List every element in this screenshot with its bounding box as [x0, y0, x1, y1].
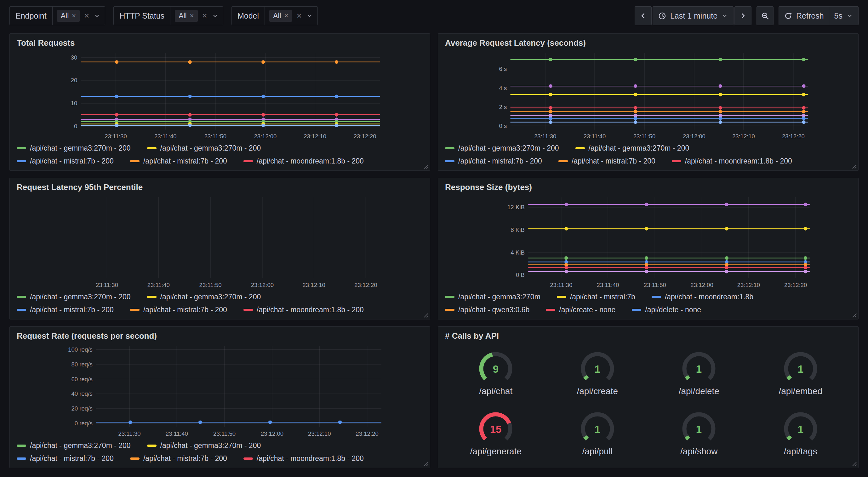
legend-item[interactable]: /api/chat - mistral:7b - 200: [445, 157, 542, 166]
data-point: [719, 110, 722, 113]
legend-item[interactable]: /api/chat - mistral:7b - 200: [558, 157, 655, 166]
x-tick-label: 23:12:10: [302, 282, 326, 288]
time-shift-forward-button[interactable]: [735, 6, 751, 25]
x-tick-label: 23:12:00: [690, 282, 713, 288]
legend-item[interactable]: /api/chat - mistral:7b - 200: [17, 454, 114, 463]
gauge-visual: 1: [675, 349, 722, 387]
legend-row: /api/chat - gemma3:270m - 200/api/chat -…: [17, 441, 423, 450]
gauge-visual: 1: [777, 349, 824, 387]
legend-item[interactable]: /api/chat - mistral:7b - 200: [17, 157, 114, 166]
legend-item[interactable]: /api/chat - gemma3:270m - 200: [17, 293, 131, 301]
clear-selection-icon[interactable]: ×: [202, 11, 207, 20]
panel-title[interactable]: Average Request Latency (seconds): [445, 38, 851, 48]
refresh-button[interactable]: Refresh: [779, 6, 829, 25]
x-tick-label: 23:12:20: [782, 133, 805, 140]
clear-selection-icon[interactable]: ×: [297, 11, 301, 20]
legend-item[interactable]: /api/chat - moondream:1.8b - 200: [244, 306, 364, 314]
filter-chip[interactable]: All×: [57, 10, 80, 22]
panel-title[interactable]: Response Size (bytes): [445, 182, 851, 192]
gauge-title: /api/chat: [479, 386, 513, 396]
gauge-title: /api/delete: [679, 386, 719, 396]
time-range-picker-button[interactable]: Last 1 minute: [653, 6, 734, 25]
data-point: [268, 420, 272, 424]
gauge-api-generate: 15/api/generate: [445, 403, 547, 463]
chevron-right-icon: [739, 12, 747, 20]
panel-resize-handle[interactable]: [851, 461, 857, 467]
legend-series-label: /api/chat - gemma3:270m - 200: [30, 441, 131, 450]
legend-item[interactable]: /api/chat - gemma3:270m - 200: [576, 144, 689, 152]
legend-item[interactable]: /api/chat - mistral:7b - 200: [130, 306, 227, 314]
data-point: [804, 256, 807, 260]
data-point: [128, 420, 132, 424]
filter-value-select[interactable]: All××: [265, 7, 317, 25]
data-point: [115, 113, 118, 117]
legend-item[interactable]: /api/chat - qwen3:0.6b: [445, 306, 529, 314]
legend-item[interactable]: /api/chat - gemma3:270m - 200: [147, 441, 261, 450]
panel-title[interactable]: Total Requests: [17, 38, 423, 48]
data-point: [549, 106, 552, 110]
legend: /api/chat - gemma3:270m - 200/api/chat -…: [17, 441, 423, 463]
legend-item[interactable]: /api/create - none: [546, 306, 615, 314]
legend-item[interactable]: /api/chat - gemma3:270m - 200: [17, 144, 131, 152]
chip-remove-icon[interactable]: ×: [72, 12, 76, 19]
x-tick-label: 23:11:40: [147, 282, 170, 288]
legend-item[interactable]: /api/chat - moondream:1.8b - 200: [244, 157, 364, 166]
legend-item[interactable]: /api/chat - mistral:7b - 200: [130, 157, 227, 166]
data-point: [188, 113, 191, 117]
panel-resize-handle[interactable]: [423, 461, 429, 467]
legend-item[interactable]: /api/chat - mistral:7b: [557, 293, 635, 301]
zoom-out-button[interactable]: [756, 6, 774, 25]
panel-title[interactable]: # Calls by API: [445, 331, 851, 341]
y-tick-label: 12 KiB: [507, 204, 525, 210]
zoom-out-icon: [761, 12, 769, 20]
time-shift-back-button[interactable]: [634, 6, 652, 25]
timeseries-chart: 23:11:3023:11:4023:11:5023:12:0023:12:10…: [17, 194, 423, 290]
legend-series-swatch: [576, 147, 585, 149]
data-point: [634, 106, 637, 110]
legend-item[interactable]: /api/chat - moondream:1.8b: [652, 293, 753, 301]
x-tick-label: 23:12:10: [308, 430, 331, 437]
data-point: [725, 256, 728, 260]
data-point: [261, 113, 265, 117]
panel-resize-handle[interactable]: [423, 312, 429, 318]
data-point: [725, 203, 728, 206]
chip-remove-icon[interactable]: ×: [284, 12, 288, 19]
refresh-interval-button[interactable]: 5s: [829, 6, 859, 25]
legend-item[interactable]: /api/delete - none: [632, 306, 701, 314]
refresh-interval-value: 5s: [834, 11, 842, 21]
x-tick-label: 23:12:10: [304, 133, 326, 140]
data-point: [719, 117, 722, 120]
legend-item[interactable]: /api/chat - moondream:1.8b - 200: [672, 157, 792, 166]
legend-series-label: /api/chat - gemma3:270m: [458, 293, 540, 301]
legend-item[interactable]: /api/chat - gemma3:270m - 200: [147, 144, 261, 152]
legend-series-label: /api/chat - gemma3:270m - 200: [458, 144, 559, 152]
gauge-fill: [788, 436, 790, 439]
panel-resize-handle[interactable]: [851, 163, 857, 169]
legend-item[interactable]: /api/chat - moondream:1.8b - 200: [244, 454, 364, 463]
panel-resize-handle[interactable]: [423, 163, 429, 169]
x-tick-label: 23:11:40: [154, 133, 176, 140]
legend-series-swatch: [147, 445, 157, 447]
legend-item[interactable]: /api/chat - gemma3:270m: [445, 293, 540, 301]
clear-selection-icon[interactable]: ×: [84, 11, 89, 20]
panel-title[interactable]: Request Rate (requests per second): [17, 331, 423, 341]
data-point: [725, 227, 728, 230]
data-point: [115, 60, 118, 64]
legend-item[interactable]: /api/chat - mistral:7b - 200: [130, 454, 227, 463]
legend-series-label: /api/chat - gemma3:270m - 200: [160, 144, 261, 152]
filter-chip[interactable]: All×: [269, 10, 292, 22]
chip-remove-icon[interactable]: ×: [190, 12, 194, 19]
gauge-visual: 1: [574, 349, 621, 387]
filter-chip[interactable]: All×: [175, 10, 197, 22]
legend-item[interactable]: /api/chat - mistral:7b - 200: [17, 306, 114, 314]
legend-item[interactable]: /api/chat - gemma3:270m - 200: [17, 441, 131, 450]
panel-title[interactable]: Request Latency 95th Percentile: [17, 182, 423, 192]
legend-item[interactable]: /api/chat - gemma3:270m - 200: [147, 293, 261, 301]
legend-item[interactable]: /api/chat - gemma3:270m - 200: [445, 144, 559, 152]
panel-resize-handle[interactable]: [851, 312, 857, 318]
legend: /api/chat - gemma3:270m/api/chat - mistr…: [445, 293, 851, 314]
chevron-down-icon: [212, 12, 219, 19]
data-point: [188, 60, 191, 64]
filter-value-select[interactable]: All××: [170, 7, 223, 25]
filter-value-select[interactable]: All××: [52, 7, 105, 25]
